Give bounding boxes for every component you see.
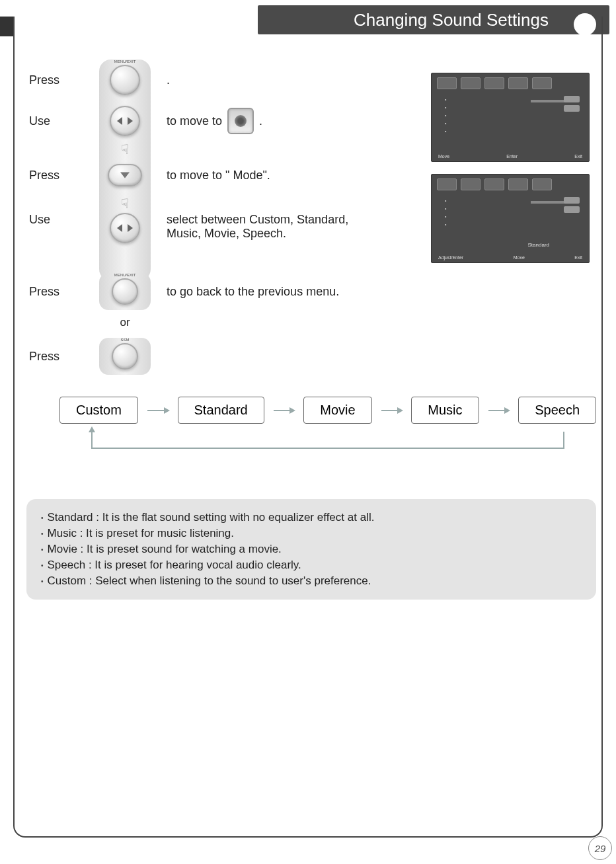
- header-left-bar: [0, 17, 13, 36]
- tv-menu-item: [445, 128, 576, 136]
- down-button-icon: [108, 164, 142, 186]
- step-4-text: select between Custom, Standard, Music, …: [151, 213, 348, 241]
- tv-menu-item: [445, 104, 576, 112]
- tv-menu-item: [445, 213, 576, 221]
- tv-tab-icon: [508, 77, 528, 89]
- tv-tab-icon: [532, 178, 552, 190]
- tv-screenshots: Move Enter Exit Standard Adjust/Enter Mo…: [431, 73, 590, 275]
- or-label: or: [26, 312, 151, 336]
- tv-menu-item: [445, 112, 576, 120]
- arrow-icon: [147, 410, 169, 411]
- arrow-icon: [381, 410, 403, 411]
- step-5-verb: Press: [26, 285, 99, 299]
- mode-descriptions: Standard : It is the flat sound setting …: [26, 499, 596, 600]
- desc-movie: Movie : It is preset sound for watching …: [41, 541, 582, 557]
- tv-tab-icon: [461, 77, 481, 89]
- tv-footer-enter: Enter: [506, 154, 518, 159]
- step-3-verb: Press: [26, 169, 99, 182]
- ssm-label: SSM: [113, 338, 137, 342]
- step-5-text: to go back to the previous menu.: [151, 285, 339, 299]
- step-4-verb: Use: [26, 213, 99, 227]
- arrow-icon: [488, 410, 510, 411]
- step-6: Press SSM: [26, 336, 590, 377]
- menu-exit-button-icon: MENU/EXIT: [110, 65, 140, 95]
- mode-custom: Custom: [59, 397, 138, 424]
- tv-tab-icon: [437, 178, 457, 190]
- step-2-text: to move to .: [151, 108, 262, 134]
- ssm-button-icon: SSM: [112, 343, 138, 370]
- step-2-text-pre: to move to: [167, 114, 222, 128]
- tv-footer-exit: Exit: [574, 255, 582, 260]
- sound-menu-icon: [227, 108, 254, 134]
- tv-tab-icon: [484, 178, 504, 190]
- step-4-line1: select between Custom, Standard,: [167, 213, 348, 227]
- tv-value-badge: [564, 197, 580, 204]
- return-arrow: [91, 432, 564, 449]
- mode-speech: Speech: [518, 397, 596, 424]
- arrow-icon: [274, 410, 295, 411]
- tv-tab-icon: [484, 77, 504, 89]
- step-2-text-post: .: [259, 114, 262, 128]
- tv-menu-item: [445, 205, 576, 213]
- step-4-line2: Music, Movie, Speech.: [167, 227, 348, 241]
- menu-exit-label: MENU/EXIT: [111, 59, 139, 63]
- page-number: 29: [588, 836, 612, 860]
- tv-value-badge: [564, 206, 580, 213]
- tv-footer-exit: Exit: [574, 154, 582, 159]
- step-6-verb: Press: [26, 350, 99, 364]
- menu-exit-button-icon-2: MENU/EXIT: [112, 278, 138, 305]
- tv-footer-adjust: Adjust/Enter: [438, 255, 463, 260]
- tv-tab-icon: [532, 77, 552, 89]
- tv-screenshot-1: Move Enter Exit: [431, 73, 590, 162]
- mode-standard: Standard: [178, 397, 264, 424]
- step-1-text: .: [151, 73, 170, 87]
- tv-footer-move: Move: [514, 255, 525, 260]
- desc-speech: Speech : It is preset for hearing vocal …: [41, 557, 582, 573]
- left-right-button-icon-2: [110, 213, 140, 243]
- desc-standard: Standard : It is the flat sound setting …: [41, 510, 582, 526]
- menu-exit-label-2: MENU/EXIT: [113, 273, 137, 277]
- tv-screenshot-2: Standard Adjust/Enter Move Exit: [431, 174, 590, 263]
- mode-flow-diagram: Custom Standard Movie Music Speech: [59, 397, 596, 469]
- step-5: Press MENU/EXIT to go back to the previo…: [26, 271, 590, 312]
- tv-tab-icon: [508, 178, 528, 190]
- tv-value-badge: [564, 96, 580, 102]
- tv-menu-item: [445, 120, 576, 128]
- mode-movie: Movie: [303, 397, 371, 424]
- mode-music: Music: [411, 397, 479, 424]
- step-3-text: to move to " Mode".: [151, 169, 270, 182]
- tv-footer-move: Move: [438, 154, 449, 159]
- step-1-verb: Press: [26, 73, 99, 87]
- tv-tab-icon: [461, 178, 481, 190]
- tv-value-badge: [564, 105, 580, 112]
- tv-tab-icon: [437, 77, 457, 89]
- desc-custom: Custom : Select when listening to the so…: [41, 573, 582, 589]
- step-2-verb: Use: [26, 114, 99, 128]
- tv-menu-item: [445, 221, 576, 229]
- tv-mode-value: Standard: [528, 242, 549, 248]
- left-right-button-icon: [110, 106, 140, 136]
- desc-music: Music : It is preset for music listening…: [41, 526, 582, 541]
